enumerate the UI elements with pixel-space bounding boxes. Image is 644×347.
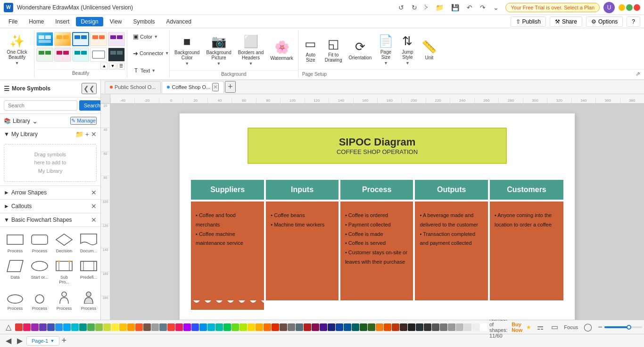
color-swatch[interactable] — [63, 323, 71, 331]
page-nav-left[interactable]: ◀ — [4, 335, 13, 346]
bg-color-btn[interactable]: ■ Background Color ▼ — [172, 32, 202, 68]
forward-btn[interactable]: ↻ — [409, 3, 420, 12]
color-swatch[interactable] — [296, 323, 303, 331]
undo-btn[interactable]: ↶ — [464, 3, 475, 12]
styles-scroll-up[interactable]: ▲ — [100, 63, 108, 69]
color-swatch[interactable] — [392, 323, 399, 331]
menu-view[interactable]: View — [105, 17, 127, 26]
style-1[interactable] — [36, 32, 53, 46]
menu-home[interactable]: Home — [24, 17, 49, 26]
unit-btn[interactable]: 📏 Unit — [419, 38, 439, 62]
color-swatch[interactable] — [432, 323, 439, 331]
color-swatch[interactable] — [127, 323, 135, 331]
color-swatch[interactable] — [215, 323, 223, 331]
cell-inputs[interactable]: • Coffee beans• Machine time workers — [266, 202, 339, 310]
color-swatch[interactable] — [39, 323, 47, 331]
page-nav-right[interactable]: ▶ — [15, 335, 25, 346]
menu-symbols[interactable]: Symbols — [129, 17, 160, 26]
maximize-btn[interactable] — [626, 4, 633, 11]
tab-add-btn[interactable]: + — [225, 81, 236, 93]
shape-person2[interactable]: Process — [77, 288, 100, 313]
color-swatch[interactable] — [320, 323, 327, 331]
manage-btn[interactable]: ✎ Manage — [70, 117, 97, 125]
page-tab-1[interactable]: Page-1 ▼ — [26, 336, 59, 346]
color-swatch[interactable] — [199, 323, 207, 331]
layers-btn[interactable]: ⚎ — [535, 322, 545, 332]
color-swatch[interactable] — [167, 323, 175, 331]
color-swatch[interactable] — [328, 323, 335, 331]
color-swatch[interactable] — [304, 323, 311, 331]
buy-now-btn[interactable]: Buy Now — [512, 322, 522, 333]
color-swatch[interactable] — [103, 323, 111, 331]
callouts-header[interactable]: ► Callouts ✕ — [0, 200, 100, 213]
shape-oval[interactable]: Process — [4, 288, 26, 313]
cell-customers[interactable]: • Anyone coming into the location to ord… — [490, 202, 563, 310]
color-swatch[interactable] — [400, 323, 407, 331]
color-swatch[interactable] — [376, 323, 383, 331]
color-swatch[interactable] — [71, 323, 79, 331]
my-library-add-btn[interactable]: + — [85, 130, 89, 138]
menu-design[interactable]: Design — [76, 17, 103, 26]
menu-file[interactable]: File — [4, 17, 22, 26]
orientation-btn[interactable]: ⟳ Orientation — [346, 38, 374, 62]
color-swatch[interactable] — [456, 323, 463, 331]
style-9[interactable] — [90, 48, 107, 62]
color-btn[interactable]: ▣ Color ▼ — [130, 32, 166, 41]
fit-drawing-btn[interactable]: ◱ Fit to Drawing — [322, 35, 345, 65]
color-swatch[interactable] — [248, 323, 255, 331]
tab-coffee-shop[interactable]: Coffee Shop O... ✕ — [162, 81, 224, 93]
color-swatch[interactable] — [264, 323, 271, 331]
shape-person1[interactable]: Process — [53, 288, 75, 313]
cell-suppliers[interactable]: • Coffee and food merchants• Coffee mach… — [191, 202, 264, 310]
page-size-btn[interactable]: 📄 Page Size ▼ — [375, 32, 396, 67]
share-btn[interactable]: ⚒ Share — [550, 16, 582, 27]
search-btn[interactable]: Search — [79, 100, 101, 111]
save-btn[interactable]: 💾 — [448, 3, 462, 12]
menu-insert[interactable]: Insert — [50, 17, 74, 26]
color-swatch[interactable] — [119, 323, 127, 331]
my-library-export-btn[interactable]: 📁 — [75, 130, 83, 138]
styles-expand[interactable]: ☰ — [117, 63, 125, 69]
sidebar-collapse-btn[interactable]: ❮❮ — [82, 83, 97, 94]
color-swatch[interactable] — [408, 323, 415, 331]
color-swatch[interactable] — [183, 323, 191, 331]
color-swatch[interactable] — [31, 323, 39, 331]
color-swatch[interactable] — [288, 323, 295, 331]
drawing-area[interactable]: 20 40 60 80 100 120 140 160 180 SIPOC Di… — [101, 104, 644, 320]
cell-process[interactable]: • Coffee is ordered• Payment collected• … — [340, 202, 413, 310]
style-7[interactable] — [54, 48, 71, 62]
watermark-btn[interactable]: 🌸 Watermark — [267, 38, 296, 63]
color-swatch[interactable] — [111, 323, 119, 331]
fit-page-btn[interactable]: ▭ — [549, 322, 560, 332]
text-btn[interactable]: Ｔ Text ▼ — [130, 65, 166, 76]
new-window-btn[interactable]: ⧽ — [422, 3, 431, 12]
style-8[interactable] — [72, 48, 89, 62]
style-6[interactable] — [36, 48, 53, 62]
back-btn[interactable]: ↺ — [396, 3, 407, 12]
color-swatch[interactable] — [480, 323, 487, 331]
bg-picture-btn[interactable]: 📷 Background Picture ▼ — [203, 32, 234, 68]
more-btn[interactable]: ⌄ — [490, 3, 502, 12]
connector-btn[interactable]: ➜ Connector ▼ — [130, 49, 166, 58]
color-swatch[interactable] — [151, 323, 159, 331]
cell-outputs[interactable]: • A beverage made and delivered to the c… — [415, 202, 488, 310]
color-swatch[interactable] — [135, 323, 143, 331]
color-swatch[interactable] — [352, 323, 359, 331]
canvas-page[interactable]: SIPOC Diagram COFFEE SHOP OPERATION Supp… — [179, 113, 575, 320]
menu-advanced[interactable]: Advanced — [162, 17, 196, 26]
one-click-beautify-btn[interactable]: ✨ One Click Beautify ▼ — [3, 32, 31, 67]
redo-btn[interactable]: ↷ — [477, 3, 488, 12]
color-swatch[interactable] — [256, 323, 263, 331]
color-swatch[interactable] — [207, 323, 215, 331]
color-swatch[interactable] — [239, 323, 247, 331]
shape-start-end[interactable]: Start or... — [28, 257, 51, 286]
options-btn[interactable]: ⚙ Options — [586, 16, 623, 27]
arrow-shapes-close[interactable]: ✕ — [91, 189, 97, 196]
close-btn[interactable] — [634, 4, 640, 11]
search-input[interactable] — [4, 100, 77, 111]
style-4[interactable] — [90, 32, 107, 46]
color-swatch[interactable] — [23, 323, 31, 331]
callouts-close[interactable]: ✕ — [91, 202, 97, 210]
color-swatch[interactable] — [336, 323, 343, 331]
color-swatch[interactable] — [191, 323, 199, 331]
